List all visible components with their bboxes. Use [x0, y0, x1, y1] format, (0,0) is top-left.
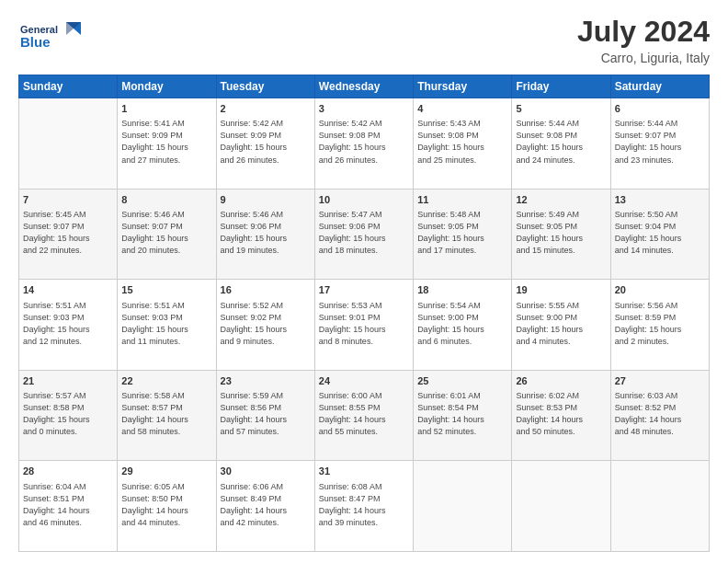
- calendar-cell: 3Sunrise: 5:42 AM Sunset: 9:08 PM Daylig…: [314, 98, 413, 190]
- cell-info: Sunrise: 6:02 AM Sunset: 8:53 PM Dayligh…: [516, 390, 606, 438]
- calendar-cell: 7Sunrise: 5:45 AM Sunset: 9:07 PM Daylig…: [19, 189, 118, 280]
- day-number: 14: [23, 283, 113, 297]
- calendar-cell: 10Sunrise: 5:47 AM Sunset: 9:06 PM Dayli…: [314, 189, 413, 280]
- calendar-cell: 24Sunrise: 6:00 AM Sunset: 8:55 PM Dayli…: [314, 370, 413, 461]
- cell-info: Sunrise: 5:41 AM Sunset: 9:09 PM Dayligh…: [121, 118, 211, 166]
- cell-info: Sunrise: 6:01 AM Sunset: 8:54 PM Dayligh…: [417, 390, 507, 438]
- calendar-cell: 2Sunrise: 5:42 AM Sunset: 9:09 PM Daylig…: [216, 98, 314, 190]
- cell-info: Sunrise: 6:00 AM Sunset: 8:55 PM Dayligh…: [319, 390, 409, 438]
- calendar-cell: [414, 461, 512, 552]
- day-header-friday: Friday: [512, 75, 610, 98]
- day-header-wednesday: Wednesday: [314, 75, 413, 98]
- cell-info: Sunrise: 5:42 AM Sunset: 9:09 PM Dayligh…: [221, 118, 311, 166]
- cell-info: Sunrise: 5:42 AM Sunset: 9:08 PM Dayligh…: [319, 118, 409, 166]
- cell-info: Sunrise: 5:46 AM Sunset: 9:06 PM Dayligh…: [221, 209, 311, 257]
- day-number: 3: [319, 102, 409, 116]
- cell-info: Sunrise: 5:59 AM Sunset: 8:56 PM Dayligh…: [221, 390, 311, 438]
- cell-info: Sunrise: 5:56 AM Sunset: 8:59 PM Dayligh…: [615, 300, 705, 348]
- calendar-cell: 29Sunrise: 6:05 AM Sunset: 8:50 PM Dayli…: [118, 461, 216, 552]
- day-number: 20: [615, 283, 705, 297]
- calendar-row: 28Sunrise: 6:04 AM Sunset: 8:51 PM Dayli…: [19, 461, 710, 552]
- day-header-tuesday: Tuesday: [216, 75, 314, 98]
- calendar-table: SundayMondayTuesdayWednesdayThursdayFrid…: [18, 75, 710, 552]
- day-number: 16: [221, 283, 311, 297]
- calendar-cell: [512, 461, 610, 552]
- calendar-row: 21Sunrise: 5:57 AM Sunset: 8:58 PM Dayli…: [19, 370, 710, 461]
- calendar-body: 1Sunrise: 5:41 AM Sunset: 9:09 PM Daylig…: [19, 98, 710, 552]
- day-number: 19: [516, 283, 606, 297]
- calendar-cell: 20Sunrise: 5:56 AM Sunset: 8:59 PM Dayli…: [610, 280, 709, 371]
- day-number: 8: [121, 193, 211, 207]
- calendar-cell: 9Sunrise: 5:46 AM Sunset: 9:06 PM Daylig…: [216, 189, 314, 280]
- day-number: 31: [319, 465, 409, 478]
- cell-info: Sunrise: 5:57 AM Sunset: 8:58 PM Dayligh…: [23, 390, 113, 438]
- cell-info: Sunrise: 5:50 AM Sunset: 9:04 PM Dayligh…: [615, 209, 705, 257]
- day-number: 28: [23, 465, 113, 478]
- calendar-cell: 30Sunrise: 6:06 AM Sunset: 8:49 PM Dayli…: [216, 461, 314, 552]
- header: General Blue July 2024 Carro, Liguria, I…: [18, 15, 710, 65]
- cell-info: Sunrise: 6:05 AM Sunset: 8:50 PM Dayligh…: [121, 481, 211, 529]
- day-number: 22: [121, 374, 211, 388]
- day-number: 12: [516, 193, 606, 207]
- day-number: 10: [319, 193, 409, 207]
- calendar-cell: 19Sunrise: 5:55 AM Sunset: 9:00 PM Dayli…: [512, 280, 610, 371]
- location-subtitle: Carro, Liguria, Italy: [577, 51, 710, 65]
- calendar-cell: 11Sunrise: 5:48 AM Sunset: 9:05 PM Dayli…: [414, 189, 512, 280]
- calendar-cell: 22Sunrise: 5:58 AM Sunset: 8:57 PM Dayli…: [118, 370, 216, 461]
- day-number: 7: [23, 193, 113, 207]
- day-number: 29: [121, 465, 211, 478]
- cell-info: Sunrise: 5:46 AM Sunset: 9:07 PM Dayligh…: [121, 209, 211, 257]
- day-number: 24: [319, 374, 409, 388]
- cell-info: Sunrise: 5:52 AM Sunset: 9:02 PM Dayligh…: [221, 300, 311, 348]
- day-number: 9: [221, 193, 311, 207]
- cell-info: Sunrise: 5:53 AM Sunset: 9:01 PM Dayligh…: [319, 300, 409, 348]
- day-number: 18: [417, 283, 507, 297]
- day-number: 17: [319, 283, 409, 297]
- cell-info: Sunrise: 5:58 AM Sunset: 8:57 PM Dayligh…: [121, 390, 211, 438]
- cell-info: Sunrise: 5:55 AM Sunset: 9:00 PM Dayligh…: [516, 300, 606, 348]
- calendar-cell: 1Sunrise: 5:41 AM Sunset: 9:09 PM Daylig…: [118, 98, 216, 190]
- cell-info: Sunrise: 5:43 AM Sunset: 9:08 PM Dayligh…: [417, 118, 507, 166]
- calendar-cell: 27Sunrise: 6:03 AM Sunset: 8:52 PM Dayli…: [610, 370, 709, 461]
- day-header-thursday: Thursday: [414, 75, 512, 98]
- day-number: 21: [23, 374, 113, 388]
- day-header-monday: Monday: [118, 75, 216, 98]
- cell-info: Sunrise: 5:51 AM Sunset: 9:03 PM Dayligh…: [121, 300, 211, 348]
- calendar-cell: 5Sunrise: 5:44 AM Sunset: 9:08 PM Daylig…: [512, 98, 610, 190]
- logo-icon: General Blue: [18, 15, 83, 56]
- cell-info: Sunrise: 5:51 AM Sunset: 9:03 PM Dayligh…: [23, 300, 113, 348]
- cell-info: Sunrise: 6:06 AM Sunset: 8:49 PM Dayligh…: [221, 481, 311, 529]
- day-number: 2: [221, 102, 311, 116]
- page: General Blue July 2024 Carro, Liguria, I…: [0, 0, 728, 563]
- calendar-cell: 13Sunrise: 5:50 AM Sunset: 9:04 PM Dayli…: [610, 189, 709, 280]
- month-year-title: July 2024: [577, 15, 710, 49]
- day-number: 27: [615, 374, 705, 388]
- cell-info: Sunrise: 5:47 AM Sunset: 9:06 PM Dayligh…: [319, 209, 409, 257]
- day-number: 15: [121, 283, 211, 297]
- cell-info: Sunrise: 5:44 AM Sunset: 9:08 PM Dayligh…: [516, 118, 606, 166]
- day-number: 26: [516, 374, 606, 388]
- day-number: 4: [417, 102, 507, 116]
- cell-info: Sunrise: 6:08 AM Sunset: 8:47 PM Dayligh…: [319, 481, 409, 529]
- calendar-cell: 16Sunrise: 5:52 AM Sunset: 9:02 PM Dayli…: [216, 280, 314, 371]
- day-number: 11: [417, 193, 507, 207]
- calendar-cell: 18Sunrise: 5:54 AM Sunset: 9:00 PM Dayli…: [414, 280, 512, 371]
- calendar-cell: 4Sunrise: 5:43 AM Sunset: 9:08 PM Daylig…: [414, 98, 512, 190]
- cell-info: Sunrise: 5:45 AM Sunset: 9:07 PM Dayligh…: [23, 209, 113, 257]
- calendar-cell: 23Sunrise: 5:59 AM Sunset: 8:56 PM Dayli…: [216, 370, 314, 461]
- calendar-cell: 28Sunrise: 6:04 AM Sunset: 8:51 PM Dayli…: [19, 461, 118, 552]
- calendar-cell: 26Sunrise: 6:02 AM Sunset: 8:53 PM Dayli…: [512, 370, 610, 461]
- day-number: 6: [615, 102, 705, 116]
- calendar-cell: 14Sunrise: 5:51 AM Sunset: 9:03 PM Dayli…: [19, 280, 118, 371]
- calendar-cell: [19, 98, 118, 190]
- calendar-cell: 8Sunrise: 5:46 AM Sunset: 9:07 PM Daylig…: [118, 189, 216, 280]
- day-number: 5: [516, 102, 606, 116]
- calendar-cell: 17Sunrise: 5:53 AM Sunset: 9:01 PM Dayli…: [314, 280, 413, 371]
- calendar-cell: 31Sunrise: 6:08 AM Sunset: 8:47 PM Dayli…: [314, 461, 413, 552]
- cell-info: Sunrise: 6:04 AM Sunset: 8:51 PM Dayligh…: [23, 481, 113, 529]
- calendar-cell: 12Sunrise: 5:49 AM Sunset: 9:05 PM Dayli…: [512, 189, 610, 280]
- day-number: 1: [121, 102, 211, 116]
- day-number: 23: [221, 374, 311, 388]
- cell-info: Sunrise: 5:48 AM Sunset: 9:05 PM Dayligh…: [417, 209, 507, 257]
- cell-info: Sunrise: 5:44 AM Sunset: 9:07 PM Dayligh…: [615, 118, 705, 166]
